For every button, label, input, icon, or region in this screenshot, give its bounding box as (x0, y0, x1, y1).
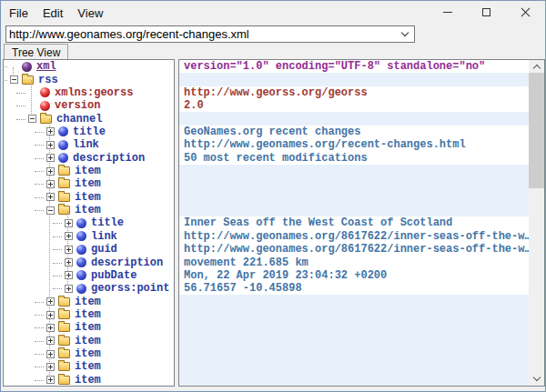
tree-row[interactable]: title (4, 216, 174, 229)
tree-node-label: item (75, 165, 101, 177)
value-text: http://www.georss.org/georss (184, 86, 368, 99)
tree-row[interactable]: version (4, 99, 174, 112)
tree-node-label: description (91, 256, 163, 269)
plus-icon[interactable] (46, 154, 55, 162)
tree-row[interactable]: item (4, 191, 174, 204)
tree-row[interactable]: channel (4, 112, 174, 125)
tree-row[interactable]: description (4, 152, 174, 165)
plus-icon[interactable] (46, 311, 55, 319)
value-text: Inner Seas off the West Coast of Scotlan… (184, 216, 452, 229)
folder-icon (58, 337, 70, 346)
folder-icon (58, 310, 70, 319)
scrollbar-thumb[interactable] (529, 73, 544, 188)
expander-slot (44, 180, 56, 188)
menu-item-edit[interactable]: Edit (35, 4, 70, 23)
tree-row[interactable]: xmlns:georss (4, 86, 174, 99)
value-row (179, 295, 544, 307)
element-icon (76, 284, 86, 294)
tree-node-label: title (91, 216, 124, 229)
plus-icon[interactable] (46, 127, 55, 136)
plus-icon[interactable] (46, 337, 55, 345)
plus-icon[interactable] (46, 180, 55, 188)
plus-icon[interactable] (46, 376, 55, 384)
menu-item-view[interactable]: View (70, 4, 110, 23)
folder-icon (40, 115, 52, 124)
address-input[interactable]: http://www.geonames.org/recent-changes.x… (6, 27, 396, 41)
tab-tree-view[interactable]: Tree View (4, 44, 68, 60)
value-row: http://www.geonames.org/recent-changes.h… (179, 138, 544, 151)
plus-icon[interactable] (46, 297, 55, 306)
value-rows: version="1.0" encoding="UTF-8" standalon… (179, 60, 544, 387)
tree-node-label: item (75, 360, 101, 373)
value-row (179, 204, 544, 216)
plus-icon[interactable] (65, 219, 73, 227)
tree-row[interactable]: link (4, 138, 174, 151)
tree-node-label: xml (36, 60, 56, 73)
tree-row[interactable]: georss:point (4, 282, 174, 295)
tree-row[interactable]: item (4, 374, 174, 387)
tree-row[interactable]: item (4, 308, 174, 321)
tree-node-label: georss:point (91, 282, 169, 295)
plus-icon[interactable] (65, 271, 73, 279)
expander-slot (44, 376, 56, 384)
close-button[interactable] (506, 1, 545, 23)
plus-icon[interactable] (46, 363, 55, 371)
plus-icon[interactable] (46, 141, 55, 149)
tree-panel[interactable]: xmlrssxmlns:georssversionchanneltitlelin… (3, 59, 175, 387)
tree-row[interactable]: item (4, 165, 174, 177)
value-text: Mon, 22 Apr 2019 23:04:32 +0200 (184, 269, 387, 282)
expander-slot (44, 193, 56, 201)
folder-icon (58, 349, 70, 358)
maximize-button[interactable] (467, 1, 506, 23)
vertical-scrollbar[interactable] (529, 60, 544, 386)
combobox-dropdown-button[interactable] (396, 33, 414, 35)
tree-row[interactable]: item (4, 335, 174, 347)
minus-icon[interactable] (10, 75, 18, 84)
plus-icon[interactable] (65, 232, 73, 240)
tree-row[interactable]: item (4, 347, 174, 360)
plus-icon[interactable] (65, 285, 73, 293)
tree-row[interactable]: title (4, 126, 174, 138)
tree-row[interactable]: xml (4, 60, 174, 73)
menu-item-file[interactable]: File (2, 4, 35, 23)
folder-icon (58, 179, 70, 188)
tree-row[interactable]: item (4, 360, 174, 373)
minus-icon[interactable] (46, 206, 55, 215)
plus-icon[interactable] (65, 258, 73, 266)
tree-node-label: xmlns:georss (55, 86, 133, 99)
tree-row[interactable]: item (4, 204, 174, 216)
plus-icon[interactable] (46, 350, 55, 358)
plus-icon[interactable] (65, 246, 73, 254)
tree-row[interactable]: pubDate (4, 269, 174, 282)
tree-node-label: description (73, 152, 145, 165)
expander-slot (25, 115, 38, 123)
expander-slot (62, 271, 75, 279)
plus-icon[interactable] (46, 167, 55, 176)
address-combobox[interactable]: http://www.geonames.org/recent-changes.x… (5, 25, 415, 43)
scroll-up-button[interactable] (529, 60, 544, 74)
tree-row[interactable]: item (4, 177, 174, 190)
tree-node-label: item (75, 308, 101, 321)
tree-row[interactable]: guid (4, 243, 174, 256)
plus-icon[interactable] (46, 324, 55, 332)
tree-rows: xmlrssxmlns:georssversionchanneltitlelin… (4, 60, 174, 387)
tree-row[interactable]: item (4, 321, 174, 334)
folder-icon (58, 362, 70, 371)
tree-row[interactable]: item (4, 295, 174, 307)
scroll-down-button[interactable] (529, 372, 544, 386)
tree-row[interactable]: rss (4, 73, 174, 85)
element-icon (58, 140, 68, 150)
minus-icon[interactable] (28, 115, 36, 123)
tree-row[interactable]: description (4, 256, 174, 268)
folder-icon (58, 166, 70, 176)
expander-slot (44, 297, 56, 306)
expander-slot (44, 311, 56, 319)
expander-slot (62, 258, 75, 266)
minimize-button[interactable] (428, 1, 467, 23)
value-text: 2.0 (184, 99, 204, 112)
tree-row[interactable]: link (4, 230, 174, 243)
value-text: http://www.geonames.org/recent-changes.h… (184, 138, 466, 151)
tree-node-label: item (75, 177, 101, 190)
tree-node-label: item (75, 191, 101, 204)
plus-icon[interactable] (46, 193, 55, 201)
